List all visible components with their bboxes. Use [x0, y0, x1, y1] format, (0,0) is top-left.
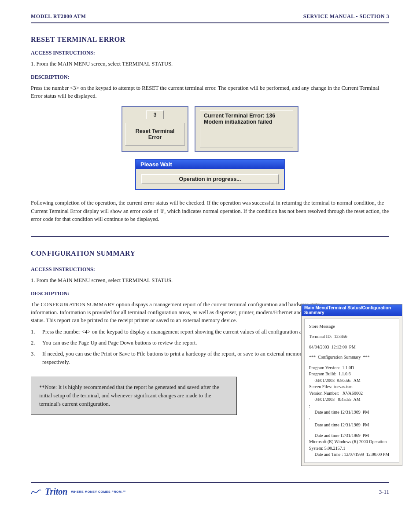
please-wait-title: Please Wait	[136, 160, 284, 169]
config-summary-window: Main Menu/Terminal Status/Configuration …	[301, 304, 402, 466]
cfg-vnts: 04/01/2003 8:45:55 AM	[309, 397, 361, 402]
section-title-reset: RESET TERMINAL ERROR	[31, 36, 389, 44]
cfg-sf: Screen Files: tcevas.tsm	[309, 384, 353, 389]
reset-terminal-panel: 3 Reset Terminal Error	[122, 106, 188, 152]
cfg-pb: Program Build: 1.1.0.6	[309, 371, 350, 376]
cfg-osd: Date and Time : 12/07/1999 12:00:00 PM	[309, 452, 389, 457]
list-text-3: If needed, you can use the Print or Save…	[42, 350, 323, 367]
reset-after-text: Following completion of the operation, t…	[31, 199, 389, 223]
mid-rule	[31, 236, 389, 237]
operation-in-progress-label: Operation in progress...	[141, 174, 279, 184]
triton-tagline: WHERE MONEY COMES FROM.™	[71, 490, 126, 493]
access-step-2a: 1. From the MAIN MENU screen, select TER…	[31, 276, 323, 284]
cfg-tid: Terminal ID: 123456	[309, 334, 347, 339]
cfg-c1: :	[309, 404, 310, 408]
list-num-2: 2.	[31, 339, 38, 347]
triton-brand-text: Triton	[45, 487, 68, 497]
access-instructions-heading-2: ACCESS INSTRUCTIONS:	[31, 266, 323, 273]
triton-logo: Triton WHERE MONEY COMES FROM.™	[31, 487, 126, 497]
access-instructions-heading-1: ACCESS INSTRUCTIONS:	[31, 50, 389, 56]
cfg-d3: Date and time 12/31/1969 PM	[309, 433, 369, 438]
description-heading-2: DESCRIPTION:	[31, 290, 323, 297]
current-error-panel: Current Terminal Error: 136 Modem initia…	[195, 106, 298, 152]
list-num-3: 3.	[31, 350, 38, 367]
config-summary-titlebar: Main Menu/Terminal Status/Configuration …	[302, 305, 402, 316]
footer-rule	[31, 482, 389, 483]
list-num-1: 1.	[31, 328, 38, 336]
current-error-line1: Current Terminal Error: 136	[204, 113, 289, 119]
list-item: 2. You can use the Page Up and Page Down…	[31, 339, 323, 347]
description-heading-1: DESCRIPTION:	[31, 74, 389, 81]
cfg-os2: System: 5.00.2157.1	[309, 446, 345, 451]
list-item: 1. Press the number <4> on the keypad to…	[31, 328, 323, 336]
list-text-1: Press the number <4> on the keypad to di…	[42, 328, 312, 336]
doc-label: SERVICE MANUAL - SECTION 3	[303, 13, 389, 20]
cfg-c2: :	[309, 416, 310, 421]
procedure-list: 1. Press the number <4> on the keypad to…	[31, 328, 323, 366]
description-text-1: Press the number <3> on the keypad to at…	[31, 84, 389, 100]
current-error-line2: Modem initialization failed	[204, 119, 289, 125]
please-wait-dialog: Please Wait Operation in progress...	[135, 159, 285, 190]
cfg-pv: Program Version: 1.1.0D	[309, 365, 354, 370]
cfg-os1: Microsoft (R) Windows (R) 2000 Operation	[309, 439, 387, 444]
figure-row-1: 3 Reset Terminal Error Current Terminal …	[31, 106, 389, 152]
cfg-pbts: 04/01/2003 8:56:56: AM	[309, 378, 361, 383]
list-item: 3. If needed, you can use the Print or S…	[31, 350, 323, 367]
note-box: **Note: It is highly recommended that th…	[31, 377, 237, 415]
reset-terminal-error-box[interactable]: Reset Terminal Error	[125, 123, 185, 146]
cfg-d1: Date and time 12/31/1969 PM	[309, 410, 369, 415]
cfg-d2: Date and time 12/31/1969 PM	[309, 422, 369, 427]
cfg-hd: *** Configuration Summary ***	[309, 355, 370, 360]
note-text: **Note: It is highly recommended that th…	[39, 384, 219, 407]
model-label: MODEL RT2000 ATM	[31, 13, 86, 20]
description-text-2: The CONFIGURATION SUMMARY option dispays…	[31, 301, 323, 324]
page-number: 3-11	[379, 488, 389, 495]
page-footer: Triton WHERE MONEY COMES FROM.™ 3-11	[31, 482, 389, 497]
section-title-config-summary: CONFIGURATION SUMMARY	[31, 249, 389, 257]
cfg-vn: Version Number: XVAS0002	[309, 391, 363, 396]
page-header: MODEL RT2000 ATM SERVICE MANUAL - SECTIO…	[31, 13, 389, 20]
cfg-ts: 04/04/2003 12:12:00 PM	[309, 345, 356, 349]
access-step-1a: 1. From the MAIN MENU screen, select TER…	[31, 60, 389, 68]
triton-wave-icon	[31, 488, 42, 496]
top-rule	[31, 22, 389, 23]
list-text-2: You can use the Page Up and Page Down bu…	[42, 339, 197, 347]
reset-terminal-error-label: Reset Terminal Error	[136, 128, 175, 140]
key-3-button[interactable]: 3	[146, 110, 164, 119]
config-summary-body: Store Message Terminal ID: 123456 04/04/…	[304, 319, 399, 463]
cfg-store: Store Message	[309, 324, 335, 329]
cfg-gp: General Parameters	[309, 462, 344, 463]
current-error-inner: Current Terminal Error: 136 Modem initia…	[200, 110, 293, 147]
